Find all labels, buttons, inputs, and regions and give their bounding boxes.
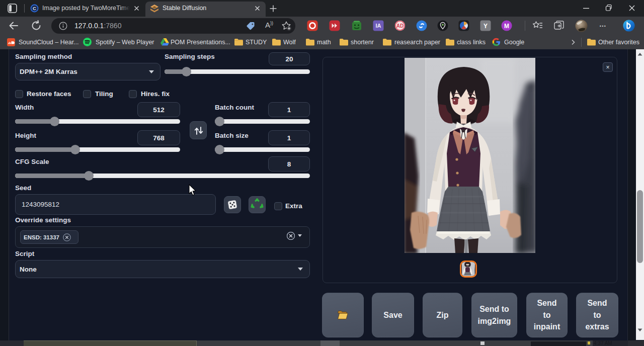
svg-text:AD: AD bbox=[396, 23, 404, 29]
svg-text:IA: IA bbox=[376, 23, 381, 29]
svg-text:M: M bbox=[504, 23, 509, 30]
svg-text:Y: Y bbox=[484, 23, 488, 30]
svg-text:C: C bbox=[33, 6, 36, 11]
